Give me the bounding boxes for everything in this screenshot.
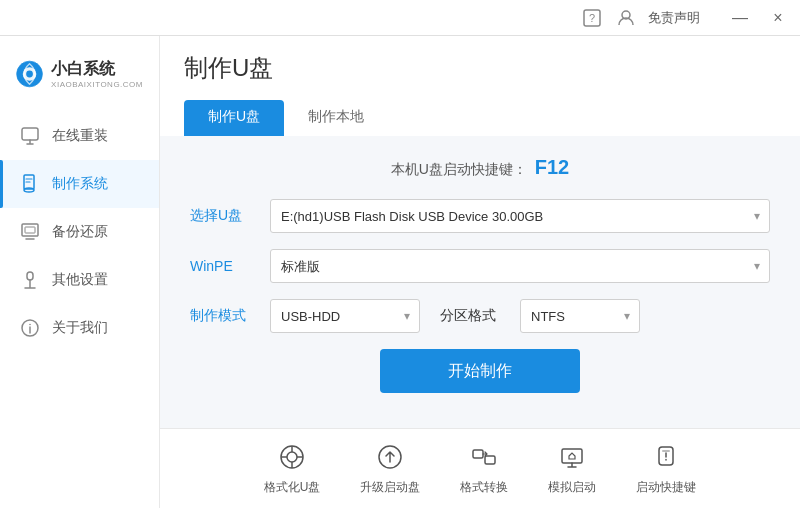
start-button[interactable]: 开始制作 [380,349,580,393]
sidebar-item-about-us[interactable]: 关于我们 [0,304,159,352]
close-button[interactable]: × [764,4,792,32]
sidebar: 小白系统 XIAOBAIXITONG.COM 在线重装 制作系统 [0,36,160,508]
svg-text:?: ? [589,12,595,24]
partition-group: 分区格式 NTFS ▾ [440,299,640,333]
svg-rect-21 [473,450,483,458]
shortcut-key: F12 [535,156,569,178]
sidebar-label-online-reinstall: 在线重装 [52,127,108,145]
boot-shortcut-icon [650,441,682,473]
mode-label: 制作模式 [190,307,270,325]
winpe-control: 标准版 ▾ [270,249,770,283]
svg-rect-25 [662,450,670,452]
mode-group: 制作模式 USB-HDD ▾ [190,299,420,333]
mode-partition-row: 制作模式 USB-HDD ▾ 分区格式 NTFS ▾ [190,299,770,333]
svg-point-5 [26,71,33,78]
content-area: 制作U盘 制作U盘 制作本地 本机U盘启动快捷键： F12 选择U盘 E:(hd… [160,36,800,508]
logo-area: 小白系统 XIAOBAIXITONG.COM [0,46,159,112]
format-convert-label: 格式转换 [460,479,508,496]
app-body: 小白系统 XIAOBAIXITONG.COM 在线重装 制作系统 [0,36,800,508]
format-usb-label: 格式化U盘 [264,479,321,496]
about-us-icon [20,318,40,338]
format-convert-icon [468,441,500,473]
svg-rect-11 [27,272,33,280]
title-bar: ? 免责声明 — × [0,0,800,36]
shortcut-hint: 本机U盘启动快捷键： F12 [190,156,770,179]
svg-rect-6 [22,128,38,140]
tab-make-local[interactable]: 制作本地 [284,100,388,136]
shortcut-prefix: 本机U盘启动快捷键： [391,161,527,177]
upgrade-boot-label: 升级启动盘 [360,479,420,496]
format-usb-icon [276,441,308,473]
svg-point-15 [287,452,297,462]
sidebar-item-online-reinstall[interactable]: 在线重装 [0,112,159,160]
logo-text-block: 小白系统 XIAOBAIXITONG.COM [51,59,143,89]
sidebar-label-other-settings: 其他设置 [52,271,108,289]
form-area: 本机U盘启动快捷键： F12 选择U盘 E:(hd1)USB Flash Dis… [160,136,800,428]
svg-point-8 [24,188,34,192]
svg-rect-22 [485,456,495,464]
tabs: 制作U盘 制作本地 [184,100,776,136]
bottom-item-format-usb[interactable]: 格式化U盘 [264,441,321,496]
sidebar-label-about-us: 关于我们 [52,319,108,337]
minimize-button[interactable]: — [726,4,754,32]
bottom-item-upgrade-boot[interactable]: 升级启动盘 [360,441,420,496]
partition-label: 分区格式 [440,307,510,325]
free-label[interactable]: 免责声明 [648,9,700,27]
tab-make-usb[interactable]: 制作U盘 [184,100,284,136]
select-usb-dropdown[interactable]: E:(hd1)USB Flash Disk USB Device 30.00GB [270,199,770,233]
upgrade-boot-icon [374,441,406,473]
backup-restore-icon [20,222,40,242]
mode-dropdown[interactable]: USB-HDD [270,299,420,333]
page-header: 制作U盘 制作U盘 制作本地 [160,36,800,136]
online-reinstall-icon [20,126,40,146]
partition-dropdown[interactable]: NTFS [520,299,640,333]
winpe-label: WinPE [190,258,270,274]
simulate-boot-label: 模拟启动 [548,479,596,496]
logo-icon [16,56,43,92]
svg-rect-23 [562,449,582,463]
select-usb-row: 选择U盘 E:(hd1)USB Flash Disk USB Device 30… [190,199,770,233]
bottom-item-simulate-boot[interactable]: 模拟启动 [548,441,596,496]
svg-rect-9 [22,224,38,236]
logo-title: 小白系统 [51,59,143,80]
sidebar-item-backup-restore[interactable]: 备份还原 [0,208,159,256]
sidebar-label-backup-restore: 备份还原 [52,223,108,241]
sidebar-label-make-system: 制作系统 [52,175,108,193]
logo-subtitle: XIAOBAIXITONG.COM [51,80,143,89]
help-icon[interactable]: ? [580,6,604,30]
sidebar-item-make-system[interactable]: 制作系统 [0,160,159,208]
svg-point-13 [29,324,31,326]
make-system-icon [20,174,40,194]
bottom-item-boot-shortcut[interactable]: 启动快捷键 [636,441,696,496]
winpe-dropdown[interactable]: 标准版 [270,249,770,283]
page-title: 制作U盘 [184,52,273,84]
select-usb-label: 选择U盘 [190,207,270,225]
simulate-boot-icon [556,441,588,473]
winpe-row: WinPE 标准版 ▾ [190,249,770,283]
user-icon[interactable] [614,6,638,30]
other-settings-icon [20,270,40,290]
bottom-toolbar: 格式化U盘 升级启动盘 [160,428,800,508]
select-usb-control: E:(hd1)USB Flash Disk USB Device 30.00GB… [270,199,770,233]
title-bar-icons: ? 免责声明 — × [580,4,792,32]
sidebar-item-other-settings[interactable]: 其他设置 [0,256,159,304]
svg-rect-10 [25,227,35,233]
boot-shortcut-label: 启动快捷键 [636,479,696,496]
bottom-item-format-convert[interactable]: 格式转换 [460,441,508,496]
page-title-row: 制作U盘 [184,52,776,84]
